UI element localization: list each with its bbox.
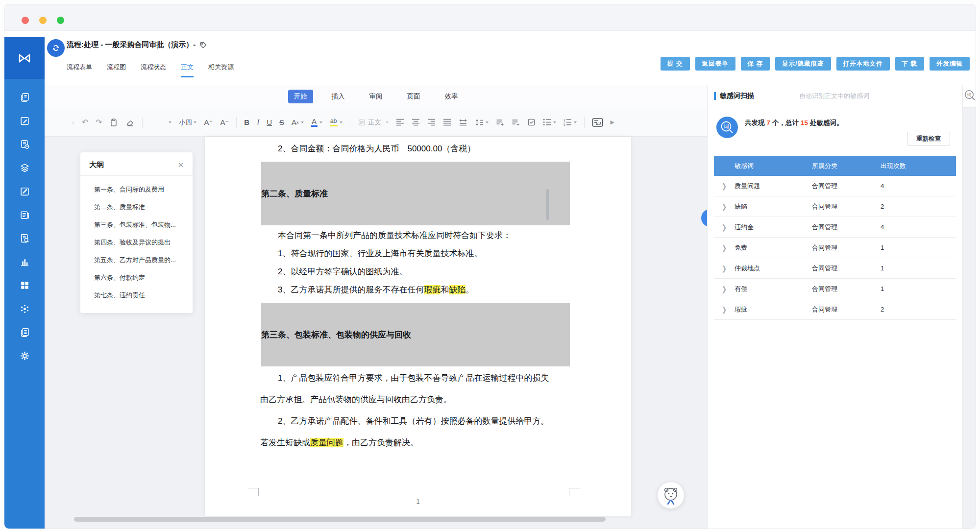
expand-chevron-icon[interactable]: ❯ (714, 202, 735, 211)
doc-paragraph[interactable]: 3、乙方承诺其所提供的服务不存在任何瑕疵和缺陷。 (260, 281, 575, 299)
outline-item[interactable]: 第四条、验收及异议的提出 (80, 234, 193, 251)
settings-gear-icon[interactable] (19, 350, 30, 361)
expand-chevron-icon[interactable]: ❯ (714, 285, 735, 293)
toggle-track-changes-button[interactable]: 显示/隐藏痕迹 (775, 57, 831, 71)
news-icon[interactable] (19, 209, 30, 220)
expand-chevron-icon[interactable]: ❯ (714, 305, 735, 314)
superscript-icon[interactable]: Ax (292, 118, 304, 126)
compose-icon[interactable] (19, 186, 30, 196)
align-justify-icon[interactable] (443, 119, 451, 126)
doc-paragraph[interactable]: 2、乙方承诺产品配件、备件和工具（若有）按照必备的数量提供给甲方。 (260, 410, 575, 432)
checkbox-list-icon[interactable] (527, 118, 536, 126)
save-button[interactable]: 保 存 (741, 57, 770, 71)
ribbon-tab-efficiency[interactable]: 效率 (439, 90, 464, 103)
doc-paragraph[interactable]: 2、合同金额：合同价格为人民币 50000.00（含税） (260, 140, 575, 158)
hub-icon[interactable] (19, 303, 30, 314)
expand-chevron-icon[interactable]: ❯ (714, 243, 735, 252)
tab-related-resources[interactable]: 相关资源 (208, 63, 234, 77)
recheck-button[interactable]: 重新检查 (907, 132, 950, 145)
space-before-icon[interactable] (496, 119, 504, 126)
hidden-revision-block[interactable]: 第三条、包装标准、包装物的供应与回收 (261, 303, 570, 366)
indent-panel-icon[interactable] (592, 118, 603, 127)
mascot-icon[interactable] (657, 482, 685, 509)
tab-process-status[interactable]: 流程状态 (141, 63, 166, 77)
bullet-list-icon[interactable] (543, 119, 556, 126)
word-scan-side-icon[interactable]: 词 (964, 89, 976, 105)
document-history-icon[interactable] (19, 139, 30, 149)
return-form-button[interactable]: 返回表单 (695, 57, 735, 71)
layers-icon[interactable] (19, 162, 30, 173)
undo-icon[interactable]: ↶ (82, 118, 88, 127)
strikethrough-icon[interactable]: S (279, 118, 284, 126)
align-right-icon[interactable] (427, 119, 436, 126)
redo-icon[interactable]: ↷ (96, 118, 102, 127)
outline-item[interactable]: 第六条、付款约定 (80, 269, 193, 287)
horizontal-scrollbar[interactable] (74, 517, 606, 522)
doc-paragraph[interactable]: 1、符合现行的国家、行业及上海市有关质量技术标准。 (260, 244, 575, 263)
expand-chevron-icon[interactable]: ❯ (714, 182, 735, 190)
assistant-peek-button[interactable] (701, 209, 707, 227)
align-left-icon[interactable] (396, 119, 404, 126)
doc-paragraph[interactable]: 若发生短缺或质量问题，由乙方负责解决。 (260, 432, 575, 454)
outline-item[interactable]: 第一条、合同标的及费用 (80, 181, 193, 198)
vertical-scrollbar[interactable] (546, 189, 549, 220)
external-edit-button[interactable]: 外发编辑 (930, 57, 970, 71)
underline-icon[interactable]: U (267, 118, 272, 126)
table-row[interactable]: ❯免费合同管理1 (714, 238, 956, 258)
close-icon[interactable]: ✕ (177, 161, 184, 169)
expand-chevron-icon[interactable]: ❯ (714, 223, 735, 231)
line-spacing-icon[interactable] (475, 119, 489, 126)
expand-chevron-icon[interactable]: ❯ (714, 264, 735, 272)
outline-item[interactable]: 第五条、乙方对产品质量的... (80, 251, 193, 269)
tab-process-diagram[interactable]: 流程图 (107, 63, 126, 77)
table-row[interactable]: ❯违约金合同管理4 (714, 217, 956, 238)
italic-icon[interactable]: I (257, 118, 259, 126)
paste-icon[interactable] (109, 118, 118, 127)
table-row[interactable]: ❯仲裁地点合同管理1 (714, 258, 956, 279)
outline-item[interactable]: 第七条、违约责任 (80, 287, 193, 304)
bold-icon[interactable]: B (244, 118, 249, 126)
doc-paragraph[interactable]: 本合同第一条中所列产品的质量技术标准应同时符合如下要求： (260, 226, 575, 244)
ribbon-tab-review[interactable]: 审阅 (364, 90, 389, 103)
document-page[interactable]: 2、合同金额：合同价格为人民币 50000.00（含税）第二条、质量标准本合同第… (205, 137, 631, 516)
table-row[interactable]: ❯有偿合同管理1 (714, 279, 956, 299)
minimize-window-button[interactable] (39, 17, 47, 24)
sensitive-word-highlight[interactable]: 瑕疵 (424, 285, 441, 294)
download-button[interactable]: 下 载 (895, 57, 924, 71)
table-row[interactable]: ❯瑕疵合同管理2 (714, 299, 956, 320)
sensitive-word-highlight[interactable]: 缺陷 (449, 285, 466, 294)
align-center-icon[interactable] (412, 119, 420, 126)
documents-icon[interactable] (19, 92, 30, 102)
highlight-color-icon[interactable]: ab (330, 118, 343, 126)
doc-paragraph[interactable]: 由乙方承担。产品包装物的供应与回收由乙方负责。 (260, 389, 575, 410)
bar-chart-icon[interactable] (19, 256, 30, 267)
letter-spacing-icon[interactable] (459, 119, 467, 126)
sensitive-word-highlight[interactable]: 质量问题 (310, 438, 343, 447)
back-chevron-icon[interactable]: ‹ (72, 119, 74, 126)
numbered-list-icon[interactable]: 123 (564, 119, 577, 126)
format-eraser-icon[interactable] (125, 118, 135, 127)
font-size-dropdown[interactable]: 小四 (179, 118, 196, 127)
font-color-icon[interactable]: A (311, 118, 322, 127)
doc-paragraph[interactable]: 2、以经甲方签字确认的图纸为准。 (260, 263, 575, 281)
more-icon[interactable]: ▶ (611, 119, 614, 125)
document-search-icon[interactable] (19, 233, 30, 243)
app-logo[interactable] (4, 37, 45, 79)
ribbon-tab-start[interactable]: 开始 (288, 90, 313, 103)
outline-item[interactable]: 第二条、质量标准 (80, 198, 193, 216)
doc-paragraph[interactable]: 1、产品包装应符合甲方要求，由于包装不善导致产品在运输过程中的损失 (260, 367, 575, 389)
increase-font-icon[interactable]: A⁺ (204, 118, 213, 127)
tab-main-text[interactable]: 正文 (181, 63, 194, 77)
space-after-icon[interactable] (512, 119, 520, 126)
zoom-window-button[interactable] (57, 17, 64, 24)
tab-process-form[interactable]: 流程表单 (67, 63, 92, 77)
hidden-revision-block[interactable]: 第二条、质量标准 (261, 162, 570, 225)
table-row[interactable]: ❯质量问题合同管理4 (714, 176, 956, 196)
submit-button[interactable]: 提 交 (661, 57, 689, 71)
font-dropdown[interactable] (150, 121, 172, 123)
apps-grid-icon[interactable] (19, 280, 30, 290)
decrease-font-icon[interactable]: A⁻ (220, 118, 229, 127)
close-window-button[interactable] (22, 17, 29, 24)
paragraph-style-dropdown[interactable]: 正文 (358, 118, 389, 127)
ribbon-tab-insert[interactable]: 插入 (326, 90, 351, 103)
